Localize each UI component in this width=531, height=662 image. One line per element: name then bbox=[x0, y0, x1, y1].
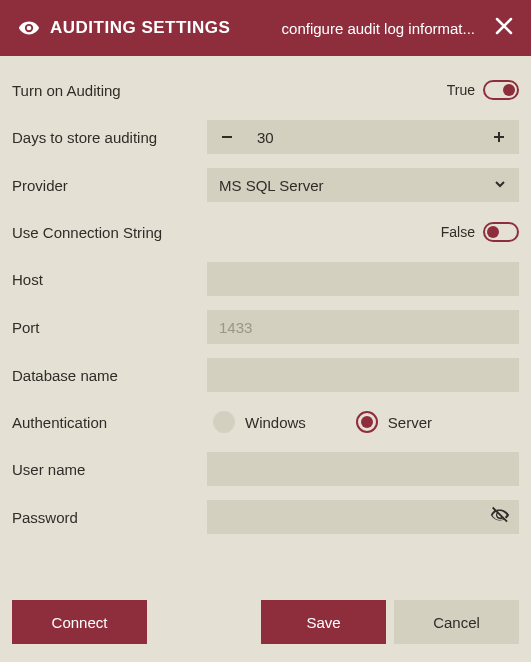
dialog-subtitle: configure audit log informat... bbox=[230, 20, 475, 37]
auth-radio-windows[interactable]: Windows bbox=[213, 411, 306, 433]
label-authentication: Authentication bbox=[12, 414, 207, 431]
row-provider: Provider MS SQL Server bbox=[12, 168, 519, 202]
row-port: Port bbox=[12, 310, 519, 344]
provider-select[interactable]: MS SQL Server bbox=[207, 168, 519, 202]
label-host: Host bbox=[12, 271, 207, 288]
port-input[interactable] bbox=[207, 310, 519, 344]
row-days: Days to store auditing 30 bbox=[12, 120, 519, 154]
dialog-footer: Connect Save Cancel bbox=[0, 590, 531, 662]
dbname-input[interactable] bbox=[207, 358, 519, 392]
row-use-conn-string: Use Connection String False bbox=[12, 216, 519, 248]
visibility-off-icon[interactable] bbox=[489, 504, 511, 530]
label-port: Port bbox=[12, 319, 207, 336]
eye-icon bbox=[18, 17, 40, 39]
connect-button[interactable]: Connect bbox=[12, 600, 147, 644]
label-use-conn-string: Use Connection String bbox=[12, 224, 207, 241]
cancel-button[interactable]: Cancel bbox=[394, 600, 519, 644]
dialog-title: AUDITING SETTINGS bbox=[50, 18, 230, 38]
radio-icon-unchecked bbox=[213, 411, 235, 433]
toggle-text-conn-string: False bbox=[441, 224, 475, 240]
dialog-content: Turn on Auditing True Days to store audi… bbox=[0, 56, 531, 590]
label-turn-on-auditing: Turn on Auditing bbox=[12, 82, 207, 99]
radio-label-server: Server bbox=[388, 414, 432, 431]
label-provider: Provider bbox=[12, 177, 207, 194]
toggle-turn-on-auditing[interactable] bbox=[483, 80, 519, 100]
label-password: Password bbox=[12, 509, 207, 526]
save-button[interactable]: Save bbox=[261, 600, 386, 644]
row-host: Host bbox=[12, 262, 519, 296]
stepper-increment[interactable] bbox=[479, 120, 519, 154]
row-dbname: Database name bbox=[12, 358, 519, 392]
row-password: Password bbox=[12, 500, 519, 534]
row-turn-on-auditing: Turn on Auditing True bbox=[12, 74, 519, 106]
footer-spacer bbox=[155, 600, 253, 644]
toggle-use-conn-string[interactable] bbox=[483, 222, 519, 242]
host-input[interactable] bbox=[207, 262, 519, 296]
stepper-value[interactable]: 30 bbox=[247, 129, 479, 146]
days-stepper: 30 bbox=[207, 120, 519, 154]
username-input[interactable] bbox=[207, 452, 519, 486]
password-input[interactable] bbox=[207, 500, 519, 534]
dialog-header: AUDITING SETTINGS configure audit log in… bbox=[0, 0, 531, 56]
row-username: User name bbox=[12, 452, 519, 486]
label-username: User name bbox=[12, 461, 207, 478]
label-dbname: Database name bbox=[12, 367, 207, 384]
radio-label-windows: Windows bbox=[245, 414, 306, 431]
row-authentication: Authentication Windows Server bbox=[12, 406, 519, 438]
chevron-down-icon bbox=[493, 177, 507, 194]
stepper-decrement[interactable] bbox=[207, 120, 247, 154]
auth-radio-server[interactable]: Server bbox=[356, 411, 432, 433]
auth-radio-group: Windows Server bbox=[207, 411, 519, 433]
toggle-text-turn-on: True bbox=[447, 82, 475, 98]
provider-selected-value: MS SQL Server bbox=[219, 177, 323, 194]
close-icon[interactable] bbox=[491, 13, 517, 43]
label-days: Days to store auditing bbox=[12, 129, 207, 146]
radio-icon-checked bbox=[356, 411, 378, 433]
svg-point-0 bbox=[27, 26, 32, 31]
